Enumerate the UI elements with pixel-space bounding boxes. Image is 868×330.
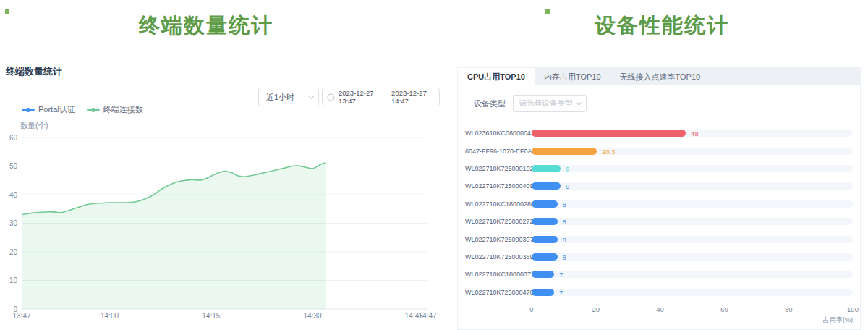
x-tick-label: 60	[720, 305, 728, 313]
y-tick-label: 30	[9, 219, 18, 227]
bar-track	[532, 236, 853, 243]
bar-value-label: 8	[563, 218, 566, 226]
chart-legend: Portal认证终端连接数	[22, 104, 143, 115]
y-axis-title: 数量(个)	[20, 121, 48, 131]
bar-track	[532, 271, 853, 278]
bar-zone: 20.3	[532, 148, 853, 155]
bar-zone: 8	[532, 200, 853, 208]
y-tick-label: 20	[9, 248, 18, 256]
bar-zone: 8	[532, 253, 853, 261]
bar[interactable]	[532, 200, 558, 208]
chevron-down-icon	[308, 93, 314, 98]
bar-row: WL022710KC180002808	[465, 195, 853, 213]
device-name-label: WL022710KC18000372	[465, 271, 532, 278]
legend-marker-icon	[22, 106, 35, 114]
bar[interactable]	[532, 253, 558, 261]
bar[interactable]	[532, 130, 686, 137]
bar-track	[532, 289, 853, 296]
x-axis-title: 占用率(%)	[823, 316, 853, 325]
device-type-select[interactable]: 请选择设备类型	[513, 95, 587, 112]
device-name-label: WL022710K725000307	[465, 236, 532, 243]
bar[interactable]	[532, 236, 558, 243]
legend-label: 终端连接数	[103, 104, 143, 115]
date-end: 2023-12-27 14:47	[391, 89, 435, 105]
bar-value-label: 9	[566, 164, 569, 172]
legend-label: Portal认证	[38, 104, 75, 115]
bar-row: WL022710K7250003078	[465, 230, 853, 248]
series-area	[22, 163, 326, 309]
bar[interactable]	[532, 218, 558, 225]
bar-value-label: 8	[563, 253, 566, 261]
legend-item[interactable]: 终端连接数	[87, 104, 143, 115]
bar-row: WL022710K7250004099	[465, 177, 853, 195]
bar-row: WL023610KC0600004348	[465, 124, 853, 142]
bar-track	[532, 218, 853, 225]
x-tick-label: 14:47	[418, 312, 436, 320]
bar-zone: 8	[532, 218, 853, 225]
bar-zone: 8	[532, 236, 853, 243]
bar-track	[532, 182, 853, 190]
bar[interactable]	[532, 271, 554, 278]
date-start: 2023-12-27 13:47	[339, 89, 382, 105]
bar-zone: 9	[532, 165, 853, 172]
tab-cpu-top10[interactable]: CPU占用TOP10	[458, 68, 535, 85]
panel-title-terminal-count: 终端数量统计	[6, 65, 62, 78]
legend-item[interactable]: Portal认证	[22, 104, 75, 115]
bar-zone: 48	[532, 130, 853, 137]
device-name-label: WL022710K725000409	[465, 182, 532, 190]
bar-row: WL022710K7250001029	[465, 160, 853, 177]
device-name-label: WL022710KC18000280	[465, 200, 532, 208]
bar[interactable]	[532, 289, 554, 296]
bar[interactable]	[532, 165, 561, 172]
bar-row: WL022710K7250003698	[465, 248, 853, 266]
bar-row: WL022710K7250002728	[465, 213, 853, 230]
tab-memory-top10[interactable]: 内存占用TOP10	[535, 68, 610, 85]
legend-marker-icon	[87, 106, 100, 114]
top10-bar-chart: WL023610KC06000043486047-FF96-1070-EF0A2…	[465, 124, 853, 301]
bar-zone: 9	[532, 182, 853, 190]
section-title-device-performance: 设备性能统计	[456, 12, 868, 41]
date-separator: -	[386, 93, 388, 101]
bar-row: WL022710KC180003727	[465, 266, 853, 283]
y-tick-label: 60	[9, 134, 18, 142]
y-tick-label: 50	[9, 162, 18, 170]
bar-value-label: 7	[559, 288, 563, 296]
time-range-value: 近1小时	[266, 92, 294, 103]
bar-zone: 7	[532, 271, 853, 278]
bar-value-label: 20.3	[602, 147, 616, 155]
device-name-label: WL022710K725000369	[465, 253, 532, 261]
device-performance-card: CPU占用TOP10 内存占用TOP10 无线接入点速率TOP10 设备类型 请…	[457, 67, 861, 330]
y-tick-label: 40	[9, 191, 18, 199]
tab-wireless-rate-top10[interactable]: 无线接入点速率TOP10	[610, 68, 710, 85]
x-tick-label: 80	[785, 305, 793, 313]
bar-value-label: 8	[563, 200, 566, 208]
device-name-label: WL022710K725000102	[465, 165, 532, 172]
x-tick-label: 14:30	[304, 312, 322, 320]
x-tick-label: 20	[592, 305, 600, 313]
bar-chart-x-axis: 020406080100	[465, 305, 853, 314]
bar-value-label: 48	[691, 130, 699, 138]
bar-zone: 7	[532, 289, 853, 296]
bar-track	[532, 165, 853, 172]
bar-value-label: 8	[563, 235, 566, 243]
bar-row: WL022710K7250004707	[465, 284, 853, 301]
device-type-label: 设备类型	[474, 98, 506, 109]
top10-tabbar: CPU占用TOP10 内存占用TOP10 无线接入点速率TOP10	[458, 68, 860, 85]
date-range-picker[interactable]: 2023-12-27 13:47 - 2023-12-27 14:47	[322, 88, 440, 106]
x-tick-label: 14:00	[101, 312, 119, 320]
x-tick-label: 14:15	[202, 312, 220, 320]
bar[interactable]	[532, 182, 561, 190]
section-title-terminal-count: 终端数量统计	[0, 12, 412, 41]
time-range-select[interactable]: 近1小时	[258, 88, 319, 106]
x-tick-label: 0	[529, 305, 533, 313]
device-name-label: WL022710K725000470	[465, 289, 532, 296]
x-tick-label: 100	[847, 305, 859, 313]
x-tick-label: 40	[656, 305, 664, 313]
bar-track	[532, 253, 853, 261]
bar[interactable]	[532, 148, 597, 155]
bar-value-label: 9	[566, 182, 569, 190]
y-tick-label: 10	[9, 276, 18, 284]
x-tick-label: 13:47	[12, 312, 30, 320]
chevron-down-icon	[576, 99, 582, 105]
device-type-placeholder: 请选择设备类型	[519, 98, 573, 109]
